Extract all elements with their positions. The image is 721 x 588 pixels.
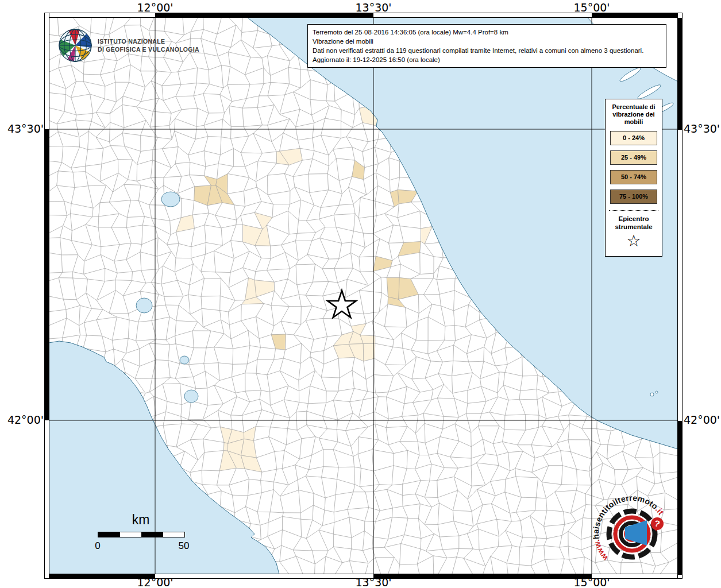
coordinate-label: 43°30' bbox=[684, 123, 721, 134]
ingv-name-line1: ISTITUTO NAZIONALE bbox=[98, 37, 199, 45]
legend-divider bbox=[609, 210, 658, 211]
info-line-updated: Aggiornato il: 19-12-2025 16:50 (ora loc… bbox=[313, 55, 661, 64]
earthquake-info-box: Terremoto del 25-08-2016 14:36:05 (ora l… bbox=[307, 24, 666, 68]
coordinate-label: 42°00' bbox=[684, 415, 721, 425]
legend-star-icon: ☆ bbox=[608, 232, 660, 250]
scalebar-unit: km bbox=[98, 512, 184, 528]
info-line-event: Terremoto del 25-08-2016 14:36:05 (ora l… bbox=[313, 28, 661, 37]
legend-swatch-25-49: 25 - 49% bbox=[610, 150, 657, 165]
map-frame-left bbox=[44, 13, 49, 579]
map-area bbox=[49, 17, 678, 574]
legend-swatch-50-74: 50 - 74% bbox=[610, 170, 657, 184]
coordinate-label: 42°00' bbox=[0, 415, 44, 425]
ingv-globe-icon bbox=[57, 28, 93, 63]
map-page: 12°00' 13°30' 15°00' 12°00' 13°30' 15°00… bbox=[0, 0, 721, 588]
coordinate-label: 12°00' bbox=[121, 2, 190, 13]
scalebar bbox=[98, 532, 185, 537]
ingv-name-line2: DI GEOFISICA E VULCANOLOGIA bbox=[98, 45, 199, 53]
legend-swatch-75-100: 75 - 100% bbox=[610, 189, 657, 204]
scalebar-start: 0 bbox=[86, 540, 109, 552]
legend-swatch-0-24: 0 - 24% bbox=[610, 131, 657, 145]
legend-epicenter-label: Epicentro strumentale bbox=[608, 215, 660, 231]
coordinate-label: 15°00' bbox=[557, 2, 626, 13]
info-line-source: Dati non verificati estratti da 119 ques… bbox=[313, 46, 661, 55]
coordinate-label: 43°30' bbox=[0, 123, 44, 134]
haisentitoilterremoto-logo: ? www.haisentitoilterremoto.it bbox=[586, 486, 680, 579]
ingv-name: ISTITUTO NAZIONALE DI GEOFISICA E VULCAN… bbox=[98, 37, 199, 53]
map-canvas bbox=[49, 17, 678, 574]
coordinate-label: 13°30' bbox=[339, 2, 408, 13]
legend-title: Percentuale di vibrazione dei mobili bbox=[608, 103, 660, 126]
info-line-metric: Vibrazione dei mobili bbox=[313, 37, 661, 46]
map-frame-top bbox=[44, 13, 683, 18]
scalebar-end: 50 bbox=[172, 540, 195, 552]
ingv-logo: ISTITUTO NAZIONALE DI GEOFISICA E VULCAN… bbox=[57, 28, 199, 63]
watermark-target-icon: ? www.haisentitoilterremoto.it bbox=[586, 486, 680, 577]
legend-box: Percentuale di vibrazione dei mobili 0 -… bbox=[605, 99, 662, 257]
